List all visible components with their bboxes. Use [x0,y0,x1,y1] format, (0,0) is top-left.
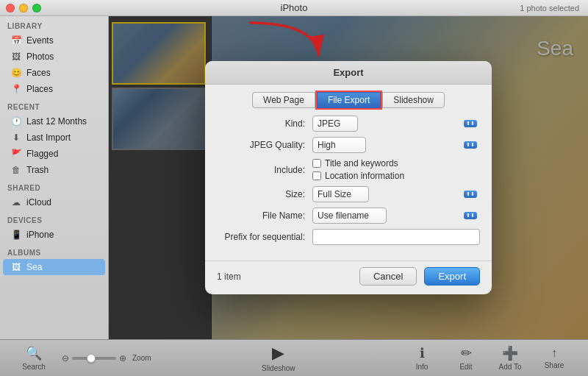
search-toolbar-icon: 🔍 [26,345,42,361]
sidebar-item-sea[interactable]: 🖼 Sea [3,259,105,275]
filename-select-wrapper: Use filename Sequential [312,207,480,224]
info-toolbar-icon: ℹ [420,345,425,361]
flagged-label: Flagged [26,149,58,159]
include-control: Title and keywords Location information [312,158,480,181]
minimize-button[interactable] [19,4,28,13]
recent-section-header: RECENT [0,97,108,113]
quality-select-wrapper: High Medium Low [312,137,480,153]
clock-icon: 🕐 [10,116,22,127]
item-count: 1 item [217,272,241,282]
iphone-label: iPhone [26,230,54,240]
size-select-wrapper: Full Size Small Medium Large [312,186,480,202]
location-checkbox[interactable] [312,171,321,180]
filename-label: File Name: [217,210,312,221]
tab-file-export[interactable]: File Export [317,92,381,108]
faces-icon: 😊 [10,67,22,79]
sidebar-item-lastimport[interactable]: ⬇ Last Import [3,130,105,146]
filename-control: Use filename Sequential [312,207,480,224]
share-toolbar-label: Share [545,361,564,369]
jpeg-quality-select[interactable]: High Medium Low [312,137,366,153]
title-keywords-checkbox[interactable] [312,159,321,168]
trash-label: Trash [26,165,49,175]
zoom-track[interactable] [72,357,116,360]
kind-select[interactable]: JPEG PNG TIFF [312,116,358,132]
zoom-control[interactable]: ⊖ ⊕ Zoom [62,353,151,363]
dialog-container: Export Web Page File Export Slideshow Ki… [205,61,492,294]
zoom-label: Zoom [132,354,151,362]
faces-label: Faces [26,68,51,78]
size-row: Size: Full Size Small Medium Large [217,186,480,202]
title-keywords-label: Title and keywords [325,158,398,169]
dialog-footer: 1 item Cancel Export [205,260,492,294]
content-area: Sea Export [109,16,588,339]
addto-toolbar-icon: ➕ [502,345,518,361]
tab-web-page[interactable]: Web Page [252,92,315,108]
shared-section-header: SHARED [0,178,108,194]
sidebar-item-trash[interactable]: 🗑 Trash [3,162,105,178]
sidebar-item-iphone[interactable]: 📱 iPhone [3,227,105,243]
devices-section-header: DEVICES [0,210,108,227]
flag-icon: 🚩 [10,148,22,160]
footer-buttons: Cancel Export [359,267,480,285]
maximize-button[interactable] [32,4,41,13]
title-bar: iPhoto 1 photo selected [0,0,588,16]
sidebar-item-flagged[interactable]: 🚩 Flagged [3,146,105,162]
prefix-input[interactable] [312,229,480,245]
prefix-label: Prefix for sequential: [217,232,312,242]
search-toolbar-item[interactable]: 🔍 Search [12,345,56,371]
share-toolbar-icon: ↑ [551,347,557,360]
slideshow-toolbar-label: Slideshow [262,364,295,372]
sidebar-item-faces[interactable]: 😊 Faces [3,65,105,81]
filename-select[interactable]: Use filename Sequential [312,207,387,224]
slideshow-toolbar-item[interactable]: ▶ Slideshow [257,344,301,372]
slideshow-toolbar-icon: ▶ [272,344,284,363]
zoom-large-icon: ⊕ [119,353,126,363]
zoom-thumb[interactable] [87,354,96,363]
kind-label: Kind: [217,118,312,129]
trash-icon: 🗑 [10,164,22,176]
dialog-tabs: Web Page File Export Slideshow [205,85,492,113]
share-toolbar-item[interactable]: ↑ Share [532,347,576,369]
icloud-label: iCloud [26,197,51,207]
size-select[interactable]: Full Size Small Medium Large [312,186,369,202]
prefix-control [312,229,480,245]
addto-toolbar-item[interactable]: ➕ Add To [488,345,532,371]
sidebar-item-places[interactable]: 📍 Places [3,81,105,97]
jpeg-quality-label: JPEG Quality: [217,140,312,150]
library-section-header: LIBRARY [0,16,108,32]
kind-select-wrapper: JPEG PNG TIFF [312,116,480,132]
include-row: Include: Title and keywords L [217,158,480,181]
kind-row: Kind: JPEG PNG TIFF [217,116,480,132]
edit-toolbar-icon: ✏ [461,345,472,361]
photos-label: Photos [26,52,54,62]
location-option[interactable]: Location information [312,171,404,181]
sidebar-item-events[interactable]: 📅 Events [3,32,105,49]
import-icon: ⬇ [10,132,22,143]
close-button[interactable] [6,4,15,13]
places-icon: 📍 [10,83,22,95]
location-label: Location information [325,171,404,181]
jpeg-quality-control: High Medium Low [312,137,480,153]
dialog-title: Export [205,61,492,85]
albums-section-header: ALBUMS [0,243,108,259]
tab-slideshow[interactable]: Slideshow [382,92,445,108]
search-toolbar-label: Search [22,363,46,371]
cancel-button[interactable]: Cancel [359,267,417,285]
edit-toolbar-item[interactable]: ✏ Edit [444,345,488,371]
sidebar-item-icloud[interactable]: ☁ iCloud [3,194,105,210]
export-button[interactable]: Export [424,267,480,285]
icloud-icon: ☁ [10,196,22,208]
title-keywords-option[interactable]: Title and keywords [312,158,404,169]
places-label: Places [26,84,53,94]
info-toolbar-item[interactable]: ℹ Info [400,345,444,371]
size-label: Size: [217,189,312,199]
app-title: iPhoto [281,2,308,13]
iphone-icon: 📱 [10,229,22,241]
selection-info: 1 photo selected [520,4,579,13]
filename-row: File Name: Use filename Sequential [217,207,480,224]
checkbox-group: Title and keywords Location information [312,158,404,181]
sidebar-item-last12months[interactable]: 🕐 Last 12 Months [3,113,105,130]
events-label: Events [26,35,54,46]
sidebar-item-photos[interactable]: 🖼 Photos [3,49,105,65]
jpeg-quality-row: JPEG Quality: High Medium Low [217,137,480,153]
